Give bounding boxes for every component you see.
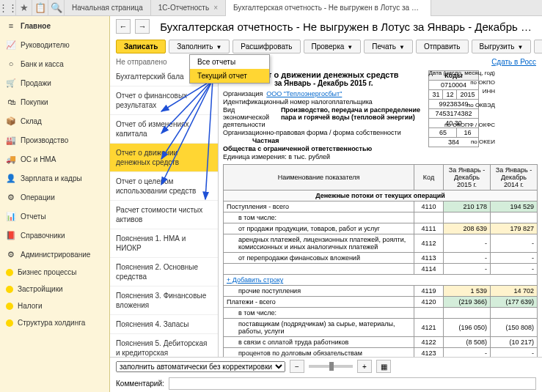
nav-item-8[interactable]: Пояснения 3. Финансовые вложения — [110, 286, 218, 315]
sidebar-icon: 📕 — [6, 230, 16, 240]
tab-1c[interactable]: 1С-Отчетность× — [151, 0, 226, 16]
nav-item-6[interactable]: Пояснения 1. НМА и НИОКР — [110, 229, 218, 258]
report-area: Отчет о движении денежных средств за Янв… — [219, 67, 542, 357]
sidebar-item-8[interactable]: 👤Зарплата и кадры — [0, 169, 109, 188]
sidebar-icon: 📦 — [6, 116, 16, 126]
dd-all-reports[interactable]: Все отчеты — [190, 55, 269, 69]
nav-item-5[interactable]: Расчет стоимости чистых активов — [110, 201, 218, 229]
print-button[interactable]: Печать▼ — [364, 40, 413, 53]
org-link[interactable]: ООО "Теплоэнергосбыт" — [266, 90, 342, 97]
data-table: Наименование показателя Код За Январь - … — [223, 164, 538, 357]
zoom-out-button[interactable]: − — [290, 360, 304, 373]
nav-item-2[interactable]: Отчет об изменениях капитала — [110, 115, 218, 144]
nav-item-10[interactable]: Пояснения 5. Дебиторская и кредиторская … — [110, 334, 218, 357]
sidebar-icon: 👤 — [6, 173, 16, 183]
sidebar-icon: ⚙ — [6, 192, 16, 202]
table-row[interactable]: от продажи продукции, товаров, работ и у… — [224, 223, 538, 234]
page-title: Бухгалтерская отчетность - Не выгружен в… — [160, 21, 536, 33]
sidebar-item-6[interactable]: 🏭Производство — [0, 130, 109, 149]
sidebar-item-9[interactable]: ⚙Операции — [0, 188, 109, 207]
upload-button[interactable]: Выгрузить▼ — [472, 40, 532, 53]
table-row[interactable]: 4114-- — [224, 264, 538, 275]
sidebar-item-2[interactable]: ○Банк и касса — [0, 54, 109, 73]
zoom-slider[interactable] — [309, 365, 353, 368]
table-row[interactable]: Денежные потоки от текущих операций — [224, 191, 538, 201]
close-icon[interactable]: × — [213, 4, 218, 12]
star-icon[interactable]: ★ — [16, 0, 32, 16]
sidebar-icon — [6, 269, 13, 276]
sidebar-item-7[interactable]: 🚚ОС и НМА — [0, 149, 109, 169]
sidebar-item-15[interactable]: Налоги — [0, 297, 109, 314]
save-button[interactable]: Записать — [116, 40, 166, 53]
comment-label: Комментарий: — [116, 380, 164, 388]
fill-button[interactable]: Заполнить▼ — [169, 40, 230, 53]
bottom-bar: заполнить автоматически без корректировк… — [110, 357, 542, 375]
sidebar-icon: 📊 — [6, 211, 16, 221]
nav-item-1[interactable]: Отчет о финансовых результатах — [110, 86, 218, 115]
sidebar-icon: ≡ — [6, 21, 16, 31]
sidebar-item-3[interactable]: 🛒Продажи — [0, 73, 109, 92]
sidebar-icon — [6, 286, 13, 293]
nav-item-3[interactable]: Отчет о движении денежных средств — [110, 144, 218, 172]
sidebar-icon — [6, 303, 13, 310]
nav-item-7[interactable]: Пояснения 2. Основные средства — [110, 258, 218, 286]
table-row[interactable]: прочие поступления41191 53914 702 — [224, 286, 538, 297]
sidebar-item-0[interactable]: ≡Главное — [0, 16, 109, 35]
sidebar-item-16[interactable]: Структура холдинга — [0, 314, 109, 331]
sidebar-icon: 📈 — [6, 40, 16, 50]
sidebar-icon: 🛒 — [6, 78, 16, 88]
sidebar-item-10[interactable]: 📊Отчеты — [0, 207, 109, 226]
more-button[interactable]: Еще▼ — [534, 40, 542, 53]
tab-home[interactable]: Начальная страница — [65, 0, 151, 16]
sidebar-item-5[interactable]: 📦Склад — [0, 111, 109, 130]
fill-dropdown: Все отчеты Текущий отчет — [189, 54, 270, 84]
send-button[interactable]: Отправить — [416, 40, 469, 53]
sidebar-item-13[interactable]: Бизнес процессы — [0, 264, 109, 281]
menu-icon[interactable]: ⋮⋮ — [0, 0, 16, 16]
search-icon[interactable]: 🔍 — [48, 0, 65, 16]
zoom-in-button[interactable]: + — [357, 360, 372, 373]
sidebar-icon: ○ — [6, 59, 16, 69]
sidebar-icon — [6, 319, 13, 327]
table-row[interactable]: арендных платежей, лицензионных платежей… — [224, 234, 538, 253]
back-button[interactable]: ← — [116, 19, 131, 34]
table-row[interactable]: в том числе: — [224, 308, 538, 319]
report-nav: Бухгалтерский балаОтчет о финансовых рез… — [110, 67, 219, 357]
tab-report[interactable]: Бухгалтерская отчетность - Не выгружен в… — [226, 0, 431, 16]
toolbar: Записать Заполнить▼ Расшифровать Проверк… — [110, 37, 542, 56]
nav-item-4[interactable]: Отчет о целевом использовании средств — [110, 172, 218, 201]
grid-icon[interactable]: ▦ — [376, 360, 391, 373]
sidebar-icon: 🛍 — [6, 97, 16, 107]
forward-button[interactable]: → — [135, 19, 150, 34]
table-row[interactable]: + Добавить строку — [224, 275, 538, 286]
comment-input[interactable] — [169, 377, 536, 390]
table-row[interactable]: поставщикам (подрядчикам) за сырье, мате… — [224, 319, 538, 337]
sidebar-item-11[interactable]: 📕Справочники — [0, 226, 109, 245]
sidebar-item-4[interactable]: 🛍Покупки — [0, 92, 109, 111]
top-bar: ⋮⋮ ★ 📋 🔍 Начальная страница 1С-Отчетност… — [0, 0, 542, 16]
status-label: Не отправлено — [116, 58, 167, 66]
sidebar-item-14[interactable]: Застройщики — [0, 281, 109, 297]
autofill-select[interactable]: заполнить автоматически без корректировк… — [116, 361, 285, 372]
sidebar-icon: 🏭 — [6, 135, 16, 145]
table-row[interactable]: Платежи - всего4120(219 366)(177 639) — [224, 297, 538, 308]
sidebar-item-12[interactable]: ⚙Администрирование — [0, 245, 109, 264]
table-row[interactable]: Поступления - всего4110210 178194 529 — [224, 201, 538, 212]
check-button[interactable]: Проверка▼ — [304, 40, 362, 53]
nav-item-9[interactable]: Пояснения 4. Запасы — [110, 315, 218, 334]
add-row-link[interactable]: + Добавить строку — [227, 276, 283, 284]
table-row[interactable]: от перепродажи финансовых вложений4113-- — [224, 253, 538, 264]
clipboard-icon[interactable]: 📋 — [32, 0, 48, 16]
sidebar-item-1[interactable]: 📈Руководителю — [0, 35, 109, 54]
submit-link[interactable]: Сдать в Росс — [491, 58, 536, 66]
table-row[interactable]: процентов по долговым обязательствам4123… — [224, 348, 538, 358]
table-row[interactable]: в связи с оплатой труда работников4122(8… — [224, 337, 538, 348]
sidebar: ≡Главное📈Руководителю○Банк и касса🛒Прода… — [0, 16, 110, 392]
dd-current-report[interactable]: Текущий отчет — [190, 69, 269, 83]
decode-button[interactable]: Расшифровать — [232, 40, 300, 53]
sidebar-icon: ⚙ — [6, 249, 16, 259]
sidebar-icon: 🚚 — [6, 154, 16, 164]
table-row[interactable]: в том числе: — [224, 212, 538, 223]
